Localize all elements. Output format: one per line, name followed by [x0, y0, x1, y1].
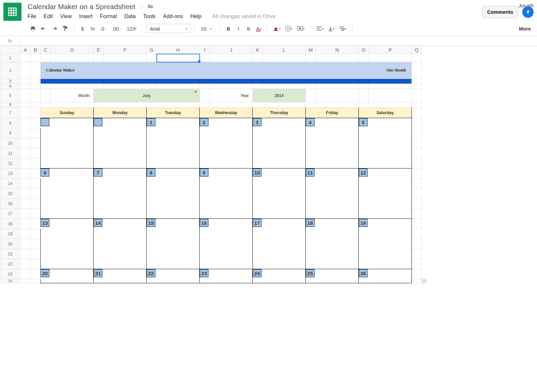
star-icon[interactable]: ☆ — [139, 3, 144, 10]
strike-button[interactable]: S — [244, 24, 253, 33]
percent-button[interactable]: % — [88, 24, 97, 33]
row-header[interactable]: 8 — [0, 118, 20, 128]
column-headers[interactable]: ABCDEFGHIJKLMNOPQ — [0, 46, 427, 54]
format-123-button[interactable]: 123 ▾ — [125, 24, 138, 33]
row-header[interactable]: 5 — [0, 89, 20, 102]
folder-icon[interactable] — [147, 3, 153, 10]
row-header[interactable]: 16 — [0, 199, 20, 209]
row-header[interactable]: 3 — [0, 79, 20, 84]
comments-button[interactable]: Comments — [482, 6, 518, 18]
menu-insert[interactable]: Insert — [79, 13, 93, 19]
row-header[interactable]: 17 — [0, 209, 20, 219]
calendar-cell[interactable]: 8 — [147, 168, 200, 219]
calendar-cell[interactable]: 20 — [41, 269, 94, 283]
row-header[interactable]: 12 — [0, 158, 20, 168]
day-header[interactable]: Thursday — [253, 107, 306, 118]
menu-data[interactable]: Data — [124, 13, 136, 19]
calendar-cell[interactable]: 7 — [94, 168, 147, 219]
month-dropdown[interactable]: July — [94, 89, 200, 102]
calendar-cell[interactable]: 22 — [147, 269, 200, 283]
sheets-logo[interactable] — [3, 3, 21, 21]
calendar-cell[interactable]: 2 — [200, 118, 253, 168]
row-header[interactable]: 24 — [0, 279, 20, 283]
dec-increase-button[interactable]: .00→ — [110, 24, 124, 33]
menu-help[interactable]: Help — [190, 13, 201, 19]
row-header[interactable]: 9 — [0, 128, 20, 138]
calendar-cell[interactable]: 10 — [253, 168, 306, 219]
row-header[interactable]: 22 — [0, 259, 20, 269]
row-header[interactable]: 1 — [0, 54, 20, 62]
row-header[interactable]: 15 — [0, 189, 20, 199]
italic-button[interactable]: I — [234, 24, 243, 33]
day-header[interactable]: Sunday — [41, 107, 94, 118]
valign-icon[interactable]: ▾ — [327, 24, 336, 33]
calendar-cell[interactable]: 18 — [306, 219, 359, 269]
calendar-cell[interactable]: 14 — [94, 219, 147, 269]
row-header[interactable]: 7 — [0, 107, 20, 118]
day-header[interactable]: Wednesday — [200, 107, 253, 118]
menu-tools[interactable]: Tools — [143, 13, 155, 19]
row-header[interactable]: 20 — [0, 239, 20, 249]
undo-icon[interactable] — [39, 24, 48, 33]
banner-right[interactable]: One Month — [263, 62, 412, 79]
calendar-cell[interactable]: 26 — [359, 269, 412, 283]
calendar-cell[interactable]: 5 — [359, 118, 412, 168]
calendar-cell[interactable]: 6 — [41, 168, 94, 219]
calendar-cell[interactable]: 3 — [253, 118, 306, 168]
print-icon[interactable] — [28, 24, 38, 33]
row-header[interactable]: 21 — [0, 249, 20, 259]
calendar-cell[interactable]: 9 — [200, 168, 253, 219]
more-button[interactable]: More — [519, 26, 534, 32]
menu-file[interactable]: File — [28, 13, 36, 19]
bold-button[interactable]: B — [224, 24, 233, 33]
row-header[interactable]: 19 — [0, 229, 20, 239]
calendar-cell[interactable]: 1 — [147, 118, 200, 168]
row-header[interactable]: 18 — [0, 219, 20, 229]
day-header[interactable]: Saturday — [359, 107, 412, 118]
day-header[interactable]: Friday — [306, 107, 359, 118]
calendar-cell[interactable]: 4 — [306, 118, 359, 168]
calendar-cell[interactable]: 21 — [94, 269, 147, 283]
wrap-icon[interactable]: ▾ — [338, 24, 348, 33]
fill-color-icon[interactable]: ▾ — [271, 24, 282, 33]
year-input[interactable]: 2014 — [253, 89, 306, 102]
calendar-cell[interactable]: 24 — [253, 269, 306, 283]
doc-title[interactable]: Calendar Maker on a Spreadsheet — [28, 3, 135, 11]
calendar-cell[interactable] — [41, 118, 94, 168]
halign-icon[interactable]: ▾ — [315, 24, 325, 33]
calendar-cell[interactable]: 11 — [306, 168, 359, 219]
share-icon[interactable] — [522, 6, 534, 18]
menu-view[interactable]: View — [60, 13, 71, 19]
day-header[interactable]: Monday — [94, 107, 147, 118]
currency-button[interactable]: $ — [78, 24, 87, 33]
calendar-cell[interactable] — [94, 118, 147, 168]
text-color-button[interactable]: A ▾ — [254, 24, 263, 33]
menu-edit[interactable]: Edit — [44, 13, 53, 19]
calendar-cell[interactable]: 17 — [253, 219, 306, 269]
calendar-cell[interactable]: 15 — [147, 219, 200, 269]
row-header[interactable]: 2 — [0, 62, 20, 79]
menu-format[interactable]: Format — [100, 13, 117, 19]
calendar-cell[interactable]: 23 — [200, 269, 253, 283]
day-header[interactable]: Tuesday — [147, 107, 200, 118]
calendar-cell[interactable]: 25 — [306, 269, 359, 283]
calendar-cell[interactable]: 19 — [359, 219, 412, 269]
merge-icon[interactable]: ▾ — [295, 24, 306, 33]
calendar-cell[interactable]: 16 — [200, 219, 253, 269]
row-header[interactable]: 4 — [0, 84, 20, 89]
banner-left[interactable]: Calendar Maker — [41, 62, 263, 79]
borders-icon[interactable]: ▾ — [284, 24, 294, 33]
calendar-cell[interactable]: 13 — [41, 219, 94, 269]
paint-format-icon[interactable] — [60, 24, 70, 33]
font-select[interactable]: Arial▾ — [147, 24, 190, 33]
spreadsheet-grid[interactable]: ABCDEFGHIJKLMNOPQ 1 2 Calendar Maker One… — [0, 46, 537, 283]
row-header[interactable]: 6 — [0, 102, 20, 107]
font-size-select[interactable]: 10▾ — [199, 24, 215, 33]
row-header[interactable]: 13 — [0, 168, 20, 179]
row-header[interactable]: 23 — [0, 269, 20, 279]
row-header[interactable]: 14 — [0, 179, 20, 189]
calendar-cell[interactable]: 12 — [359, 168, 412, 219]
selected-cell[interactable] — [157, 54, 200, 62]
dec-decrease-button[interactable]: .0← — [98, 24, 109, 33]
redo-icon[interactable] — [50, 24, 59, 33]
